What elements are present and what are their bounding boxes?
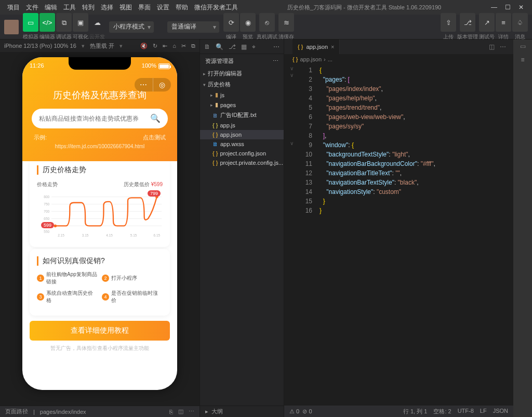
status-err-icon[interactable]: ⊘ <box>302 408 307 414</box>
menu-project[interactable]: 项目 <box>4 3 23 12</box>
tree-file-projpriv[interactable]: { }project.private.config.js... <box>200 158 284 167</box>
search-panel-icon[interactable]: 🔍 <box>216 43 223 50</box>
tree-root[interactable]: ▾历史价格 <box>200 79 284 90</box>
encoding[interactable]: UTF-8 <box>458 408 474 415</box>
eol[interactable]: LF <box>480 408 487 415</box>
float-icon[interactable]: ⧉ <box>191 43 195 49</box>
editor-panel: { }app.json× ◫⋯ { }app.json›... ∨∨ ∨ 123… <box>284 40 513 417</box>
menu-settings[interactable]: 设置 <box>154 3 172 12</box>
ext-icon[interactable]: ▦ <box>241 43 247 50</box>
svg-text:2.15: 2.15 <box>58 233 64 237</box>
search-icon[interactable]: 🔍 <box>150 113 161 123</box>
home-icon[interactable]: ⌂ <box>172 43 176 49</box>
capsule-more-icon[interactable]: ⋯ <box>135 78 153 92</box>
tab-close-icon[interactable]: × <box>331 44 334 50</box>
cut-icon[interactable]: ✂ <box>181 43 186 49</box>
simulator-panel: iPhone 12/13 (Pro) 100% 16 ▾ 热重载 开 ▾ 🔇 ↻… <box>0 40 200 417</box>
menu-help[interactable]: 帮助 <box>172 3 191 12</box>
svg-text:800: 800 <box>44 195 49 199</box>
explorer-icon[interactable]: 🗎 <box>204 43 210 50</box>
editor-button[interactable]: </> <box>39 13 55 32</box>
bug-icon[interactable]: ⌖ <box>252 43 256 50</box>
right-tool-2-icon[interactable]: ≡ <box>521 56 524 63</box>
simulator-button[interactable]: ▭ <box>23 13 38 32</box>
back-icon[interactable]: ⇤ <box>163 43 167 49</box>
tree-file-appjs[interactable]: { }app.js <box>200 121 284 130</box>
minimize-button[interactable]: — <box>487 4 501 11</box>
hot-reload-toggle[interactable]: 热重载 开 <box>90 42 114 50</box>
visualizer-button[interactable]: ▣ <box>73 13 88 32</box>
scene-icon[interactable]: ◫ <box>178 408 183 415</box>
test-link[interactable]: 点击测试 <box>143 134 166 141</box>
right-tool-1-icon[interactable]: ▭ <box>520 43 526 50</box>
tree-file-projconf[interactable]: { }project.config.json <box>200 149 284 158</box>
version-button[interactable]: ⎇ <box>460 13 475 32</box>
code-editor[interactable]: ∨∨ ∨ 12345678910111213141516 { "pages": … <box>284 64 513 406</box>
clear-cache-button[interactable]: ≋ <box>278 13 294 32</box>
tree-folder-js[interactable]: ▸▮js <box>200 90 284 100</box>
notify-button[interactable]: ♤ <box>512 13 528 32</box>
explorer-more-icon[interactable]: ⋯ <box>273 58 278 64</box>
panel-more-icon[interactable]: ⋯ <box>273 43 280 50</box>
svg-text:550: 550 <box>44 230 49 233</box>
steps-card: 如何识别真假促销? 1前往购物App复制商品链接 2打开小程序 3系统自动查询历… <box>30 249 170 316</box>
tree-open-editors[interactable]: ▸打开的编辑器 <box>200 68 284 79</box>
tutorial-button[interactable]: 查看详细使用教程 <box>30 321 170 341</box>
explorer-title: 资源管理器 <box>205 57 234 65</box>
rotate-icon[interactable]: ↻ <box>153 43 157 49</box>
step-2: 2打开小程序 <box>102 271 163 285</box>
breadcrumb[interactable]: { }app.json›... <box>284 54 513 64</box>
titlebar: 项目 文件 编辑 工具 转到 选择 视图 界面 设置 帮助 微信开发者工具 历史… <box>0 0 532 15</box>
menu-devtools[interactable]: 微信开发者工具 <box>191 3 241 12</box>
details-button[interactable]: ≡ <box>496 13 511 32</box>
menu-view[interactable]: 视图 <box>116 3 135 12</box>
search-input[interactable] <box>39 115 150 122</box>
copy-icon[interactable]: ⎘ <box>169 409 173 415</box>
status-warn-icon[interactable]: ⚠ <box>289 408 295 414</box>
page-path[interactable]: pages/index/index <box>40 409 86 415</box>
split-icon[interactable]: ◫ <box>489 43 495 50</box>
tree-file-ad[interactable]: 🗎广告ID配置.txt <box>200 110 284 121</box>
capsule-menu[interactable]: ⋯◎ <box>135 78 171 92</box>
right-sidebar: ▭ ≡ <box>513 40 532 417</box>
window-title: 历史价格_刀客源码网 - 微信开发者工具 Stable 1.06.2209190 <box>241 4 487 11</box>
tree-file-appwxss[interactable]: 🗎app.wxss <box>200 139 284 149</box>
menu-goto[interactable]: 转到 <box>79 3 98 12</box>
lang-mode[interactable]: JSON <box>493 408 508 415</box>
spaces[interactable]: 空格: 2 <box>433 408 451 415</box>
editor-statusbar: ⚠ 0 ⊘ 0 行 1, 列 1 空格: 2 UTF-8 LF JSON <box>284 406 513 417</box>
menu-select[interactable]: 选择 <box>98 3 116 12</box>
device-selector[interactable]: iPhone 12/13 (Pro) 100% 16 <box>4 43 76 49</box>
test-account-button[interactable]: ↗ <box>479 13 495 32</box>
trend-card: 历史价格走势 价格走势 历史最低价 ¥599 599 799 <box>30 158 170 247</box>
git-icon[interactable]: ⎇ <box>229 43 236 50</box>
step-4: 4是否在促销前临时涨价 <box>102 290 163 304</box>
outline-title[interactable]: 大纲 <box>211 408 223 415</box>
preview-button[interactable]: ◉ <box>240 13 256 32</box>
debugger-button[interactable]: ⧉ <box>56 13 72 32</box>
tree-file-appjson[interactable]: { }app.json <box>200 130 284 139</box>
close-button[interactable]: ✕ <box>514 4 528 11</box>
capsule-close-icon[interactable]: ◎ <box>153 78 171 92</box>
mute-icon[interactable]: 🔇 <box>140 43 148 49</box>
menu-file[interactable]: 文件 <box>23 3 42 12</box>
tree-folder-pages[interactable]: ▸▮pages <box>200 100 284 110</box>
avatar[interactable] <box>4 20 19 34</box>
tab-more-icon[interactable]: ⋯ <box>500 43 506 50</box>
remote-debug-button[interactable]: ⎋ <box>259 13 275 32</box>
cloud-button[interactable]: ☁ <box>89 13 105 32</box>
compile-button[interactable]: ⟳ <box>223 13 239 32</box>
menu-tools[interactable]: 工具 <box>60 3 79 12</box>
example-url: https://item.jd.com/100026667904.html <box>22 144 177 149</box>
upload-button[interactable]: ⇧ <box>441 13 456 32</box>
mode-dropdown[interactable]: 小程序模式 <box>109 21 154 33</box>
more-icon[interactable]: ⋯ <box>189 408 194 415</box>
phone-time: 11:26 <box>30 62 44 69</box>
menu-edit[interactable]: 编辑 <box>42 3 60 12</box>
maximize-button[interactable]: ☐ <box>501 4 514 11</box>
search-box[interactable]: 🔍 <box>32 109 168 128</box>
compile-dropdown[interactable]: 普通编译 <box>167 21 219 33</box>
cursor-position[interactable]: 行 1, 列 1 <box>403 408 427 415</box>
menu-interface[interactable]: 界面 <box>135 3 154 12</box>
editor-tab-appjson[interactable]: { }app.json× <box>292 40 340 54</box>
